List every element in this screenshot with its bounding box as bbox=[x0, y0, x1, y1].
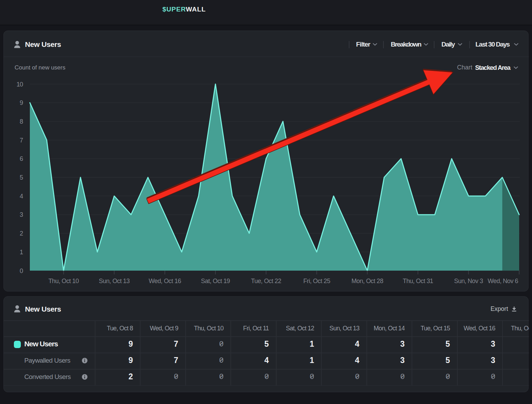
svg-text:10: 10 bbox=[16, 81, 23, 88]
svg-text:3: 3 bbox=[20, 211, 23, 218]
svg-text:8: 8 bbox=[20, 118, 23, 125]
svg-text:Thu, Oct 10: Thu, Oct 10 bbox=[48, 278, 79, 285]
svg-text:9: 9 bbox=[20, 99, 23, 106]
svg-text:1: 1 bbox=[20, 249, 23, 256]
svg-text:5: 5 bbox=[20, 174, 23, 181]
svg-text:Sun, Oct 13: Sun, Oct 13 bbox=[99, 278, 130, 285]
svg-text:Fri, Oct 25: Fri, Oct 25 bbox=[303, 278, 330, 285]
svg-text:Tue, Oct 22: Tue, Oct 22 bbox=[251, 278, 281, 285]
svg-text:Wed, Nov 6: Wed, Nov 6 bbox=[488, 278, 518, 285]
svg-text:Sat, Oct 19: Sat, Oct 19 bbox=[201, 278, 230, 285]
svg-text:7: 7 bbox=[20, 137, 23, 144]
svg-text:0: 0 bbox=[20, 267, 23, 274]
svg-text:Sun, Nov 3: Sun, Nov 3 bbox=[454, 278, 483, 285]
svg-text:Wed, Oct 16: Wed, Oct 16 bbox=[149, 278, 181, 285]
svg-text:2: 2 bbox=[20, 230, 23, 237]
svg-text:4: 4 bbox=[20, 193, 23, 200]
svg-text:6: 6 bbox=[20, 155, 23, 162]
svg-text:Thu, Oct 31: Thu, Oct 31 bbox=[403, 278, 433, 285]
svg-text:Mon, Oct 28: Mon, Oct 28 bbox=[352, 278, 383, 285]
